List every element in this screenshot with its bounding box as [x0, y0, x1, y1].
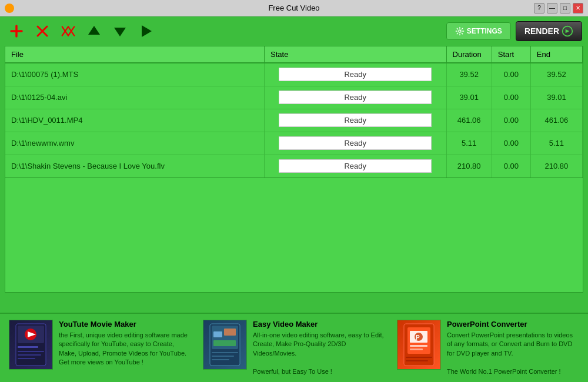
end-cell: 39.01 — [530, 86, 582, 109]
render-label: RENDER — [524, 26, 559, 36]
start-cell: 0.00 — [492, 86, 530, 109]
col-header-file: File — [5, 46, 265, 63]
file-cell: D:\1\HDV_0011.MP4 — [5, 109, 265, 132]
file-list-container: File State Duration Start End D:\1\00075… — [5, 46, 583, 178]
maximize-button[interactable]: □ — [560, 3, 570, 14]
table-row[interactable]: D:\1\HDV_0011.MP4Ready461.060.00461.06 — [5, 109, 583, 132]
svg-rect-26 — [212, 352, 238, 353]
table-row[interactable]: D:\1\0125-04.aviReady39.010.0039.01 — [5, 86, 583, 109]
svg-text:P: P — [416, 334, 420, 341]
move-down-button[interactable] — [109, 21, 131, 42]
render-button[interactable]: RENDER — [516, 21, 582, 41]
duration-cell: 39.52 — [446, 63, 492, 86]
duration-cell: 5.11 — [446, 132, 492, 155]
promo-easy-desc: All-in-one video editing software, easy … — [253, 331, 385, 376]
play-button[interactable] — [135, 21, 156, 42]
promo-area: YouTute Movie Maker the First, unique vi… — [0, 313, 588, 382]
svg-rect-36 — [406, 357, 432, 358]
title-bar-controls: ? — □ ✕ — [534, 3, 583, 14]
svg-rect-18 — [18, 351, 44, 352]
svg-rect-20 — [18, 358, 35, 359]
title-bar-left — [5, 4, 14, 13]
window-title: Free Cut Video — [268, 4, 319, 12]
close-button[interactable]: ✕ — [573, 3, 583, 14]
svg-marker-10 — [142, 25, 152, 37]
file-table: File State Duration Start End D:\1\00075… — [5, 46, 583, 177]
end-cell: 461.06 — [530, 109, 582, 132]
duration-cell: 461.06 — [446, 109, 492, 132]
svg-rect-25 — [213, 340, 236, 346]
app-icon — [5, 4, 14, 13]
duration-cell: 210.80 — [446, 155, 492, 177]
delete-button[interactable] — [32, 21, 53, 42]
file-cell: D:\1\Shakin Stevens - Because I Love You… — [5, 155, 265, 177]
promo-ppt-title: PowerPoint Converter — [447, 320, 579, 329]
promo-easy-title: Easy Video Maker — [253, 320, 385, 329]
settings-label: SETTINGS — [467, 27, 502, 35]
start-cell: 0.00 — [492, 63, 530, 86]
table-row[interactable]: D:\1\Shakin Stevens - Because I Love You… — [5, 155, 583, 177]
file-cell: D:\1\0125-04.avi — [5, 86, 265, 109]
start-cell: 0.00 — [492, 132, 530, 155]
table-header-row: File State Duration Start End — [5, 46, 583, 63]
help-button[interactable]: ? — [534, 3, 544, 14]
start-cell: 0.00 — [492, 109, 530, 132]
title-bar: Free Cut Video ? — □ ✕ — [0, 0, 588, 16]
promo-youtube-desc: the First, unique video editing software… — [59, 331, 191, 367]
add-file-button[interactable] — [6, 21, 27, 42]
end-cell: 210.80 — [530, 155, 582, 177]
promo-easy-text: Easy Video Maker All-in-one video editin… — [253, 320, 385, 376]
svg-rect-19 — [18, 354, 41, 356]
file-cell: D:\1\newwmv.wmv — [5, 132, 265, 155]
minimize-button[interactable]: — — [547, 3, 557, 14]
svg-marker-9 — [114, 28, 126, 36]
svg-rect-17 — [18, 346, 38, 348]
state-badge: Ready — [279, 113, 432, 127]
promo-ppt-text: PowerPoint Converter Convert PowerPoint … — [447, 320, 579, 376]
state-cell: Ready — [265, 63, 446, 86]
state-badge: Ready — [279, 159, 432, 173]
table-row[interactable]: D:\1\00075 (1).MTSReady39.520.0039.52 — [5, 63, 583, 86]
clear-all-button[interactable] — [58, 21, 79, 42]
state-badge: Ready — [279, 136, 432, 150]
svg-rect-35 — [410, 349, 423, 350]
col-header-duration: Duration — [446, 46, 492, 63]
promo-ppt-desc: Convert PowerPoint presentations to vide… — [447, 331, 579, 376]
state-badge: Ready — [279, 68, 432, 81]
promo-ppt-image: P — [397, 320, 441, 370]
state-cell: Ready — [265, 86, 446, 109]
promo-easy-image — [203, 320, 247, 370]
state-cell: Ready — [265, 155, 446, 177]
end-cell: 39.52 — [530, 63, 582, 86]
svg-rect-34 — [410, 345, 427, 347]
col-header-state: State — [265, 46, 446, 63]
promo-youtube-image — [9, 320, 53, 370]
svg-marker-8 — [88, 26, 100, 35]
svg-rect-24 — [224, 329, 236, 336]
state-badge: Ready — [279, 91, 432, 104]
table-row[interactable]: D:\1\newwmv.wmvReady5.110.005.11 — [5, 132, 583, 155]
svg-rect-23 — [213, 331, 222, 337]
svg-rect-27 — [212, 356, 234, 357]
svg-rect-28 — [212, 359, 229, 360]
promo-youtube: YouTute Movie Maker the First, unique vi… — [9, 320, 191, 376]
col-header-end: End — [530, 46, 582, 63]
promo-youtube-title: YouTute Movie Maker — [59, 320, 191, 329]
end-cell: 5.11 — [530, 132, 582, 155]
toolbar-right: SETTINGS RENDER — [446, 21, 582, 41]
empty-area — [5, 178, 583, 293]
promo-youtube-text: YouTute Movie Maker the First, unique vi… — [59, 320, 191, 376]
duration-cell: 39.01 — [446, 86, 492, 109]
file-cell: D:\1\00075 (1).MTS — [5, 63, 265, 86]
state-cell: Ready — [265, 109, 446, 132]
svg-rect-37 — [406, 360, 428, 361]
state-cell: Ready — [265, 132, 446, 155]
toolbar: SETTINGS RENDER — [0, 16, 588, 46]
start-cell: 0.00 — [492, 155, 530, 177]
svg-point-11 — [459, 30, 461, 32]
col-header-start: Start — [492, 46, 530, 63]
promo-ppt: P PowerPoint Converter Convert PowerPoin… — [397, 320, 579, 376]
promo-easy: Easy Video Maker All-in-one video editin… — [203, 320, 385, 376]
settings-button[interactable]: SETTINGS — [446, 22, 511, 40]
move-up-button[interactable] — [83, 21, 105, 42]
